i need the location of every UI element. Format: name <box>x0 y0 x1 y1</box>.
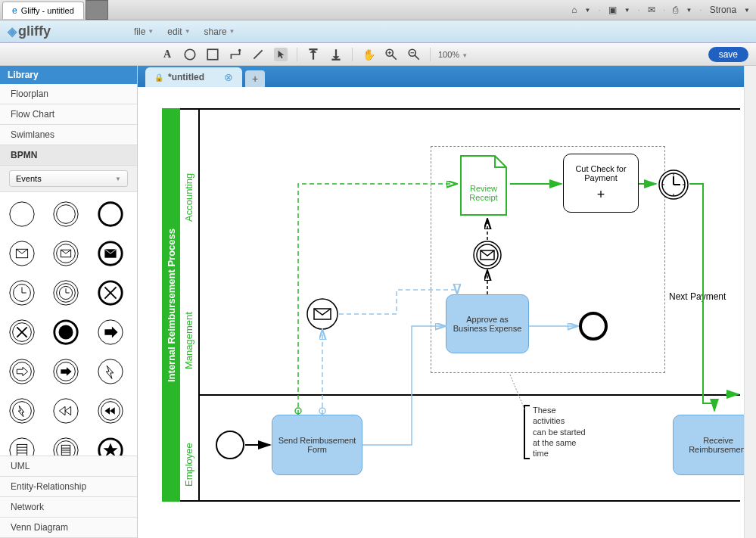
bpmn-intermediate-event[interactable] <box>50 198 82 230</box>
canvas[interactable]: Internal Reimbursement Process Accountin… <box>138 87 756 538</box>
node-approve-expense[interactable]: Approve as Business Expense <box>446 294 529 353</box>
events-dropdown[interactable]: Events▼ <box>9 170 128 187</box>
pointer-tool[interactable] <box>274 48 288 61</box>
node-review-receipt[interactable]: Review Receipt <box>457 152 510 219</box>
sidebar-cat-bpmn[interactable]: BPMN <box>0 145 137 166</box>
bpmn-rule-start[interactable] <box>6 434 38 456</box>
sidebar: Library Floorplan Flow Chart Swimlanes B… <box>0 66 138 538</box>
zoom-out-icon[interactable] <box>407 48 421 61</box>
bpmn-message-intermediate[interactable] <box>50 238 82 269</box>
lane-border <box>200 108 740 110</box>
svg-point-81 <box>295 408 301 414</box>
svg-point-44 <box>13 362 32 381</box>
browser-tab[interactable]: e Gliffy - untitled <box>2 2 84 19</box>
tabs-bar: 🔒 *untitled ⊗ + <box>138 66 756 87</box>
connector-tool[interactable] <box>229 48 242 61</box>
square-tool[interactable] <box>206 48 219 61</box>
bpmn-cancel-end[interactable] <box>95 277 126 309</box>
node-message-event[interactable] <box>472 240 502 270</box>
menu-edit[interactable]: edit▼ <box>167 26 190 37</box>
sidebar-cat-uml[interactable]: UML <box>0 456 137 477</box>
svg-point-47 <box>98 359 123 384</box>
lane-border <box>180 500 740 502</box>
svg-point-13 <box>10 202 34 226</box>
bpmn-compensation-throw[interactable] <box>95 395 126 427</box>
add-tab-button[interactable]: + <box>245 70 265 87</box>
note-text: These activities can be started at the s… <box>533 405 601 459</box>
svg-point-41 <box>59 325 73 340</box>
node-message-catch[interactable] <box>306 297 339 331</box>
sidebar-cat-floorplan[interactable]: Floorplan <box>0 84 137 104</box>
document-tab[interactable]: 🔒 *untitled ⊗ <box>145 67 242 87</box>
lock-icon: 🔒 <box>154 73 163 82</box>
bpmn-message-end[interactable] <box>95 238 126 269</box>
bpmn-signal-intermediate[interactable] <box>6 395 38 427</box>
bring-front-icon[interactable] <box>306 48 320 61</box>
node-end-event-management[interactable] <box>578 311 608 341</box>
bpmn-rule-intermediate[interactable] <box>50 434 82 456</box>
sidebar-cat-swimlanes[interactable]: Swimlanes <box>0 125 137 145</box>
svg-line-7 <box>392 55 397 60</box>
node-timer-event[interactable] <box>658 169 689 201</box>
bpmn-compensation-catch[interactable] <box>50 395 82 427</box>
app-menus: file▼ edit▼ share▼ <box>134 26 235 37</box>
bpmn-timer-intermediate[interactable] <box>50 277 82 309</box>
rss-icon[interactable]: ▣ <box>608 5 617 15</box>
vertical-scrollbar[interactable] <box>744 66 756 538</box>
lane-border <box>200 394 740 396</box>
bpmn-end-event[interactable] <box>95 198 126 230</box>
svg-point-59 <box>57 441 76 456</box>
node-send-form[interactable]: Send Reimbusement Form <box>272 415 362 475</box>
shapes-panel <box>0 191 137 456</box>
ie-icon: e <box>12 5 17 16</box>
bpmn-cancel-intermediate[interactable] <box>6 316 38 348</box>
svg-point-15 <box>57 205 76 224</box>
svg-point-49 <box>13 402 32 421</box>
menu-file[interactable]: file▼ <box>134 26 154 37</box>
svg-point-16 <box>98 203 121 225</box>
lane-label-employee[interactable]: Employee <box>183 426 194 487</box>
print-icon[interactable]: ⎙ <box>673 5 678 15</box>
bpmn-signal-event[interactable] <box>95 356 126 387</box>
home-icon[interactable]: ⌂ <box>571 5 577 15</box>
node-cut-check[interactable]: Cut Check for Payment + <box>563 154 639 213</box>
plus-icon: + <box>597 187 605 203</box>
bpmn-terminate-end[interactable] <box>50 316 82 348</box>
document-title: *untitled <box>168 72 204 82</box>
bpmn-link-throw[interactable] <box>95 316 126 348</box>
page-menu[interactable]: Strona <box>710 5 736 15</box>
lane-label-accounting[interactable]: Accounting <box>183 146 194 222</box>
sidebar-cat-network[interactable]: Network <box>0 497 137 518</box>
sidebar-cat-er[interactable]: Entity-Relationship <box>0 477 137 497</box>
new-tab-button[interactable] <box>86 0 108 20</box>
line-tool[interactable] <box>251 48 265 61</box>
node-start-event[interactable] <box>215 430 245 460</box>
text-tool[interactable]: A <box>160 48 174 61</box>
zoom-in-icon[interactable] <box>384 48 398 61</box>
bpmn-link-intermediate-throw[interactable] <box>50 356 82 387</box>
lane-label-management[interactable]: Management <box>183 294 194 369</box>
sidebar-cat-flowchart[interactable]: Flow Chart <box>0 104 137 125</box>
bpmn-multiple-end[interactable] <box>95 434 126 456</box>
svg-point-14 <box>54 202 78 226</box>
sidebar-cat-venn[interactable]: Venn Diagram <box>0 518 137 538</box>
close-tab-icon[interactable]: ⊗ <box>224 71 233 83</box>
send-back-icon[interactable] <box>329 48 343 61</box>
save-button[interactable]: save <box>708 47 748 62</box>
pan-tool[interactable]: ✋ <box>362 48 375 61</box>
svg-point-43 <box>10 359 34 384</box>
mail-icon[interactable]: ✉ <box>648 5 655 15</box>
zoom-dropdown[interactable]: 100% ▼ <box>431 50 475 59</box>
menu-share[interactable]: share▼ <box>204 26 235 37</box>
sidebar-header: Library <box>0 66 137 84</box>
bpmn-link-catch[interactable] <box>6 356 38 387</box>
bpmn-message-start[interactable] <box>6 238 38 269</box>
svg-point-48 <box>10 399 34 423</box>
bpmn-start-event[interactable] <box>6 198 38 230</box>
svg-point-2 <box>238 48 241 51</box>
bpmn-timer-start[interactable] <box>6 277 38 309</box>
browser-chrome: e Gliffy - untitled ⌂▼ · ▣▼ · ✉ · ⎙▼ · S… <box>0 0 756 20</box>
circle-tool[interactable] <box>183 48 197 61</box>
note-bracket <box>524 405 530 459</box>
label-next-payment: Next Payment <box>669 291 726 302</box>
